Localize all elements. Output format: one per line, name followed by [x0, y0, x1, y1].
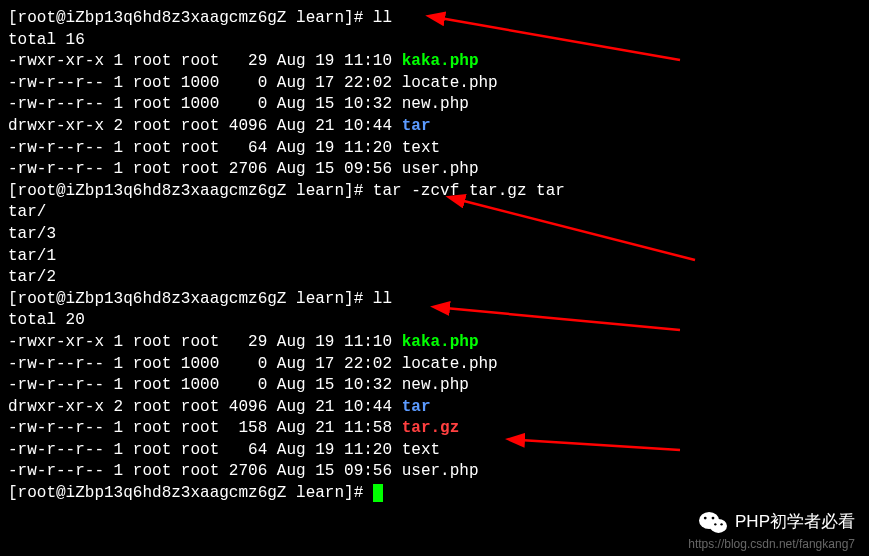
svg-point-8	[714, 523, 716, 525]
blog-url: https://blog.csdn.net/fangkang7	[688, 536, 855, 552]
file-row: -rw-r--r-- 1 root root 158 Aug 21 11:58 …	[8, 418, 861, 440]
prompt-line: [root@iZbp13q6hd8z3xaagcmz6gZ learn]# ll	[8, 8, 861, 30]
file-name: new.php	[402, 376, 469, 394]
file-name: new.php	[402, 95, 469, 113]
tar-output-line: tar/1	[8, 246, 861, 268]
file-name: text	[402, 139, 440, 157]
prompt-line: [root@iZbp13q6hd8z3xaagcmz6gZ learn]# ta…	[8, 181, 861, 203]
file-name: locate.php	[402, 74, 498, 92]
wechat-icon	[699, 510, 727, 534]
file-row: -rw-r--r-- 1 root 1000 0 Aug 17 22:02 lo…	[8, 73, 861, 95]
file-row: drwxr-xr-x 2 root root 4096 Aug 21 10:44…	[8, 116, 861, 138]
file-name: locate.php	[402, 355, 498, 373]
file-row: -rw-r--r-- 1 root root 2706 Aug 15 09:56…	[8, 159, 861, 181]
file-row: -rw-r--r-- 1 root 1000 0 Aug 15 10:32 ne…	[8, 375, 861, 397]
command: ll	[373, 9, 392, 27]
svg-point-6	[704, 517, 707, 520]
file-name: text	[402, 441, 440, 459]
prompt-line: [root@iZbp13q6hd8z3xaagcmz6gZ learn]# ll	[8, 289, 861, 311]
tar-output-line: tar/	[8, 202, 861, 224]
file-row: -rwxr-xr-x 1 root root 29 Aug 19 11:10 k…	[8, 51, 861, 73]
file-row: drwxr-xr-x 2 root root 4096 Aug 21 10:44…	[8, 397, 861, 419]
prompt-line[interactable]: [root@iZbp13q6hd8z3xaagcmz6gZ learn]#	[8, 483, 861, 505]
total-line: total 20	[8, 310, 861, 332]
watermark: PHP初学者必看	[699, 510, 855, 534]
file-name: user.php	[402, 160, 479, 178]
command: tar -zcvf tar.gz tar	[373, 182, 565, 200]
total-line: total 16	[8, 30, 861, 52]
file-row: -rwxr-xr-x 1 root root 29 Aug 19 11:10 k…	[8, 332, 861, 354]
file-name: tar.gz	[402, 419, 460, 437]
file-name: tar	[402, 117, 431, 135]
svg-point-5	[710, 519, 727, 533]
file-row: -rw-r--r-- 1 root root 2706 Aug 15 09:56…	[8, 461, 861, 483]
svg-point-7	[712, 517, 715, 520]
file-row: -rw-r--r-- 1 root root 64 Aug 19 11:20 t…	[8, 440, 861, 462]
tar-output-line: tar/3	[8, 224, 861, 246]
tar-output-line: tar/2	[8, 267, 861, 289]
svg-point-9	[720, 523, 722, 525]
file-name: kaka.php	[402, 52, 479, 70]
command: ll	[373, 290, 392, 308]
file-name: user.php	[402, 462, 479, 480]
file-name: kaka.php	[402, 333, 479, 351]
watermark-text: PHP初学者必看	[735, 511, 855, 534]
file-row: -rw-r--r-- 1 root root 64 Aug 19 11:20 t…	[8, 138, 861, 160]
terminal-output[interactable]: [root@iZbp13q6hd8z3xaagcmz6gZ learn]# ll…	[8, 8, 861, 505]
file-name: tar	[402, 398, 431, 416]
cursor	[373, 484, 383, 502]
file-row: -rw-r--r-- 1 root 1000 0 Aug 15 10:32 ne…	[8, 94, 861, 116]
file-row: -rw-r--r-- 1 root 1000 0 Aug 17 22:02 lo…	[8, 354, 861, 376]
